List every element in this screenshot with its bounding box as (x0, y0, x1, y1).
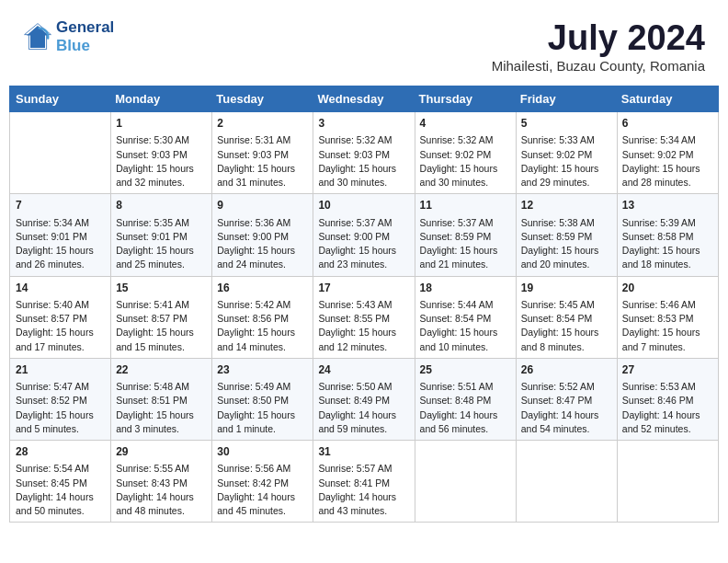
header-wednesday: Wednesday (313, 86, 415, 112)
day-number: 20 (622, 281, 713, 296)
sunset-text: Sunset: 9:02 PM (521, 148, 612, 162)
sunrise-text: Sunrise: 5:56 AM (217, 462, 308, 476)
logo-text: General Blue (56, 18, 114, 56)
day-number: 26 (521, 362, 612, 378)
sunrise-text: Sunrise: 5:30 AM (116, 133, 207, 147)
sunrise-text: Sunrise: 5:40 AM (16, 298, 106, 312)
sunset-text: Sunset: 8:57 PM (16, 312, 106, 326)
calendar-cell (415, 441, 516, 523)
calendar-cell: 13Sunrise: 5:39 AMSunset: 8:58 PMDayligh… (617, 194, 718, 276)
calendar-cell: 2Sunrise: 5:31 AMSunset: 9:03 PMDaylight… (212, 112, 313, 194)
daylight-text: Daylight: 14 hours and 45 minutes. (217, 490, 308, 518)
calendar-week-4: 21Sunrise: 5:47 AMSunset: 8:52 PMDayligh… (10, 358, 719, 440)
calendar-cell: 26Sunrise: 5:52 AMSunset: 8:47 PMDayligh… (516, 358, 617, 440)
day-number: 16 (217, 281, 308, 296)
sunset-text: Sunset: 9:00 PM (217, 230, 308, 244)
day-number: 29 (116, 444, 207, 460)
daylight-text: Daylight: 14 hours and 54 minutes. (521, 408, 612, 436)
sunrise-text: Sunrise: 5:50 AM (318, 380, 409, 394)
sunset-text: Sunset: 9:03 PM (217, 148, 308, 162)
sunset-text: Sunset: 8:57 PM (116, 312, 207, 326)
daylight-text: Daylight: 15 hours and 20 minutes. (521, 244, 612, 271)
daylight-text: Daylight: 15 hours and 7 minutes. (622, 326, 713, 353)
calendar-week-2: 7Sunrise: 5:34 AMSunset: 9:01 PMDaylight… (10, 194, 719, 276)
day-number: 8 (116, 198, 207, 213)
daylight-text: Daylight: 15 hours and 10 minutes. (420, 326, 511, 353)
sunset-text: Sunset: 8:41 PM (318, 477, 409, 490)
day-number: 21 (16, 362, 106, 378)
logo-icon (23, 22, 52, 52)
sunset-text: Sunset: 8:56 PM (217, 312, 308, 326)
sunset-text: Sunset: 8:50 PM (217, 394, 308, 408)
sunrise-text: Sunrise: 5:38 AM (521, 216, 612, 230)
calendar-cell: 22Sunrise: 5:48 AMSunset: 8:51 PMDayligh… (111, 358, 212, 440)
calendar-cell: 5Sunrise: 5:33 AMSunset: 9:02 PMDaylight… (516, 112, 617, 194)
header-friday: Friday (516, 86, 617, 112)
sunrise-text: Sunrise: 5:45 AM (521, 298, 612, 312)
calendar-cell: 12Sunrise: 5:38 AMSunset: 8:59 PMDayligh… (516, 194, 617, 276)
title-section: July 2024 Mihailesti, Buzau County, Roma… (492, 18, 705, 74)
day-number: 3 (318, 116, 409, 132)
calendar-cell: 31Sunrise: 5:57 AMSunset: 8:41 PMDayligh… (313, 441, 415, 523)
day-number: 10 (318, 198, 409, 213)
daylight-text: Daylight: 15 hours and 12 minutes. (318, 326, 409, 353)
day-number: 30 (217, 444, 308, 460)
sunset-text: Sunset: 8:54 PM (420, 312, 511, 326)
day-number: 17 (318, 281, 409, 296)
day-number: 27 (622, 362, 713, 378)
calendar-cell: 30Sunrise: 5:56 AMSunset: 8:42 PMDayligh… (212, 441, 313, 523)
sunset-text: Sunset: 8:53 PM (622, 312, 713, 326)
sunrise-text: Sunrise: 5:37 AM (420, 216, 511, 230)
calendar-cell: 6Sunrise: 5:34 AMSunset: 9:02 PMDaylight… (617, 112, 718, 194)
sunset-text: Sunset: 8:46 PM (622, 394, 713, 408)
sunset-text: Sunset: 9:01 PM (116, 230, 207, 244)
day-number: 19 (521, 281, 612, 296)
calendar-week-5: 28Sunrise: 5:54 AMSunset: 8:45 PMDayligh… (10, 441, 719, 523)
sunset-text: Sunset: 8:42 PM (217, 477, 308, 490)
calendar-cell: 23Sunrise: 5:49 AMSunset: 8:50 PMDayligh… (212, 358, 313, 440)
sunrise-text: Sunrise: 5:51 AM (420, 380, 511, 394)
logo: General Blue (23, 18, 114, 56)
daylight-text: Daylight: 14 hours and 52 minutes. (622, 408, 713, 436)
daylight-text: Daylight: 15 hours and 30 minutes. (318, 162, 409, 190)
daylight-text: Daylight: 15 hours and 29 minutes. (521, 162, 612, 190)
sunset-text: Sunset: 8:59 PM (521, 230, 612, 244)
calendar-cell: 24Sunrise: 5:50 AMSunset: 8:49 PMDayligh… (313, 358, 415, 440)
month-year-title: July 2024 (492, 18, 705, 58)
sunset-text: Sunset: 9:03 PM (116, 148, 207, 162)
daylight-text: Daylight: 15 hours and 32 minutes. (116, 162, 207, 190)
header-thursday: Thursday (415, 86, 516, 112)
daylight-text: Daylight: 14 hours and 56 minutes. (420, 408, 511, 436)
calendar-cell: 27Sunrise: 5:53 AMSunset: 8:46 PMDayligh… (617, 358, 718, 440)
calendar-cell: 29Sunrise: 5:55 AMSunset: 8:43 PMDayligh… (111, 441, 212, 523)
page-header: General Blue July 2024 Mihailesti, Buzau… (9, 9, 719, 78)
day-number: 22 (116, 362, 207, 378)
day-number: 11 (420, 198, 511, 213)
daylight-text: Daylight: 15 hours and 24 minutes. (217, 244, 308, 271)
calendar-cell (10, 112, 111, 194)
day-number: 15 (116, 281, 207, 296)
sunrise-text: Sunrise: 5:53 AM (622, 380, 713, 394)
day-number: 12 (521, 198, 612, 213)
day-number: 2 (217, 116, 308, 132)
daylight-text: Daylight: 15 hours and 1 minute. (217, 408, 308, 436)
day-number: 6 (622, 116, 713, 132)
calendar-cell (516, 441, 617, 523)
daylight-text: Daylight: 14 hours and 50 minutes. (16, 490, 106, 518)
location-subtitle: Mihailesti, Buzau County, Romania (492, 58, 705, 74)
daylight-text: Daylight: 15 hours and 25 minutes. (116, 244, 207, 271)
daylight-text: Daylight: 15 hours and 31 minutes. (217, 162, 308, 190)
calendar-cell: 1Sunrise: 5:30 AMSunset: 9:03 PMDaylight… (111, 112, 212, 194)
daylight-text: Daylight: 15 hours and 28 minutes. (622, 162, 713, 190)
daylight-text: Daylight: 15 hours and 17 minutes. (16, 326, 106, 353)
sunrise-text: Sunrise: 5:32 AM (318, 133, 409, 147)
calendar-cell (617, 441, 718, 523)
calendar-cell: 25Sunrise: 5:51 AMSunset: 8:48 PMDayligh… (415, 358, 516, 440)
sunrise-text: Sunrise: 5:39 AM (622, 216, 713, 230)
sunrise-text: Sunrise: 5:54 AM (16, 462, 106, 476)
calendar-cell: 19Sunrise: 5:45 AMSunset: 8:54 PMDayligh… (516, 276, 617, 358)
sunrise-text: Sunrise: 5:34 AM (16, 216, 106, 230)
day-number: 4 (420, 116, 511, 132)
sunrise-text: Sunrise: 5:46 AM (622, 298, 713, 312)
sunset-text: Sunset: 9:00 PM (318, 230, 409, 244)
